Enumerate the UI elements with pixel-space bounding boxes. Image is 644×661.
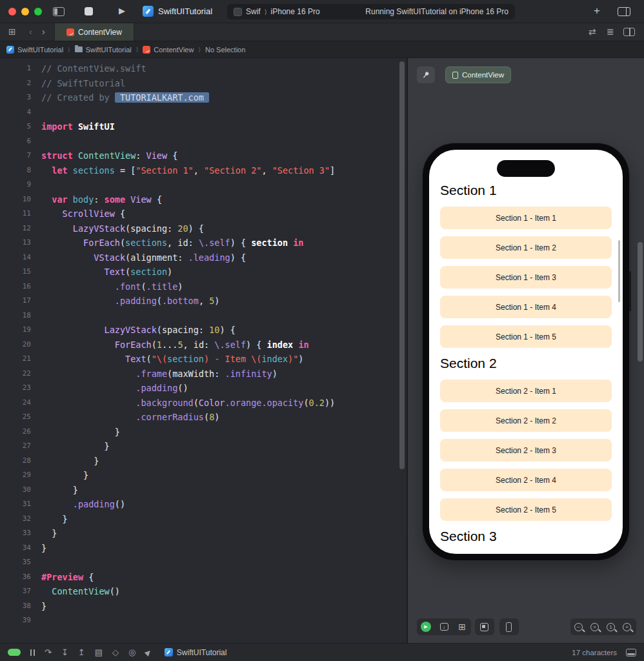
line-number[interactable]: 30	[0, 483, 31, 498]
line-number[interactable]: 17	[0, 294, 31, 309]
code-review-icon[interactable]: ⇄	[589, 26, 596, 37]
code-line[interactable]: Text(section)	[41, 265, 396, 280]
line-number[interactable]: 32	[0, 512, 31, 527]
zoom-out-button[interactable]: −	[570, 618, 587, 635]
code-line[interactable]: // Created by TUTORIALKART.com	[41, 90, 396, 105]
line-number[interactable]: 24	[0, 396, 31, 411]
line-number[interactable]: 4	[0, 105, 31, 120]
code-line[interactable]: .font(.title)	[41, 280, 396, 294]
line-number[interactable]: 31	[0, 497, 31, 512]
environment-overrides-button[interactable]: ◎	[128, 648, 136, 656]
line-number[interactable]: 7	[0, 148, 31, 163]
code-line[interactable]: .padding()	[41, 381, 396, 396]
code-line[interactable]: LazyVStack(spacing: 20) {	[41, 221, 396, 236]
breadcrumb-project[interactable]: SwiftUITutorial	[6, 46, 63, 54]
code-line[interactable]: }	[41, 468, 396, 483]
line-number[interactable]: 12	[0, 221, 31, 236]
line-number[interactable]: 11	[0, 207, 31, 221]
zoom-fit-button[interactable]: =	[587, 618, 603, 635]
preview-on-device-button[interactable]: ↓	[435, 618, 453, 635]
close-window-button[interactable]	[8, 8, 16, 15]
line-number[interactable]: 39	[0, 613, 31, 628]
line-number[interactable]: 34	[0, 541, 31, 556]
iphone-screen[interactable]: Section 1Section 1 - Item 1Section 1 - I…	[429, 150, 623, 554]
line-number[interactable]: 8	[0, 163, 31, 178]
pin-preview-button[interactable]	[417, 66, 435, 83]
pause-button[interactable]	[30, 649, 35, 656]
canvas-scrollbar[interactable]	[638, 242, 643, 361]
code-line[interactable]: .frame(maxWidth: .infinity)	[41, 367, 396, 381]
activity-viewer[interactable]: Swif ⟩ iPhone 16 Pro Running SwiftUITuto…	[227, 4, 515, 19]
line-number[interactable]: 29	[0, 468, 31, 483]
code-line[interactable]: .padding(.bottom, 5)	[41, 294, 396, 309]
line-number[interactable]: 5	[0, 119, 31, 134]
status-project[interactable]: SwiftUITutorial	[165, 648, 227, 657]
line-number[interactable]: 22	[0, 367, 31, 381]
preview-variants-button[interactable]: ⊞	[453, 618, 471, 635]
code-line[interactable]	[41, 134, 396, 149]
code-line[interactable]: VStack(alignment: .leading) {	[41, 250, 396, 265]
code-line[interactable]: ForEach(sections, id: \.self) { section …	[41, 236, 396, 250]
code-line[interactable]: .cornerRadius(8)	[41, 410, 396, 425]
line-number[interactable]: 23	[0, 381, 31, 396]
code-line[interactable]: LazyVStack(spacing: 10) {	[41, 323, 396, 338]
toggle-console-icon[interactable]	[626, 649, 636, 656]
zoom-in-button[interactable]: +	[619, 618, 635, 635]
line-number[interactable]: 19	[0, 323, 31, 338]
code-line[interactable]	[41, 309, 396, 323]
code-line[interactable]: #Preview {	[41, 570, 396, 585]
step-over-button[interactable]: ↷	[45, 648, 52, 656]
code-line[interactable]	[41, 105, 396, 120]
live-preview-button[interactable]: ▶	[417, 618, 435, 635]
line-number[interactable]: 1	[0, 61, 31, 76]
breadcrumb-selection[interactable]: No Selection	[205, 46, 245, 54]
code-line[interactable]: ContentView()	[41, 584, 396, 599]
zoom-window-button[interactable]	[34, 8, 42, 15]
device-settings-button[interactable]	[499, 618, 518, 635]
tab-overview-icon[interactable]: ⊞	[8, 26, 16, 37]
code-line[interactable]: .background(Color.orange.opacity(0.2))	[41, 396, 396, 411]
iphone-preview[interactable]: Section 1Section 1 - Item 1Section 1 - I…	[423, 143, 629, 560]
code-line[interactable]: // ContentView.swift	[41, 61, 396, 76]
line-number[interactable]: 27	[0, 439, 31, 454]
line-number[interactable]: 3	[0, 90, 31, 105]
code-line[interactable]: .padding()	[41, 497, 396, 512]
line-number[interactable]: 6	[0, 134, 31, 149]
add-button[interactable]: +	[594, 5, 600, 17]
step-into-button[interactable]: ↧	[61, 648, 68, 656]
run-destination[interactable]: iPhone 16 Pro	[271, 7, 320, 16]
line-number[interactable]: 33	[0, 526, 31, 541]
line-number[interactable]: 35	[0, 555, 31, 570]
line-number[interactable]: 14	[0, 250, 31, 265]
line-number[interactable]: 15	[0, 265, 31, 280]
editor-options-icon[interactable]: ≣	[607, 26, 614, 37]
breadcrumb-group[interactable]: SwiftUITutorial	[75, 46, 132, 54]
code-line[interactable]: }	[41, 526, 396, 541]
line-number[interactable]: 18	[0, 309, 31, 323]
code-line[interactable]: }	[41, 541, 396, 556]
line-number[interactable]: 16	[0, 280, 31, 294]
view-debugger-button[interactable]: ▤	[95, 648, 103, 656]
code-line[interactable]	[41, 555, 396, 570]
code-line[interactable]: var body: some View {	[41, 192, 396, 207]
code-line[interactable]: }	[41, 454, 396, 469]
minimize-window-button[interactable]	[21, 8, 29, 15]
stop-button[interactable]	[85, 7, 93, 15]
code-line[interactable]: struct ContentView: View {	[41, 148, 396, 163]
code-line[interactable]: }	[41, 425, 396, 440]
line-number[interactable]: 38	[0, 599, 31, 614]
code-line[interactable]: ScrollView {	[41, 207, 396, 221]
line-number[interactable]: 2	[0, 76, 31, 91]
simulate-location-button[interactable]: ▶	[144, 648, 153, 657]
code-line[interactable]: // SwiftTutorial	[41, 76, 396, 91]
scheme-name[interactable]: Swif	[246, 7, 261, 16]
line-number[interactable]: 25	[0, 410, 31, 425]
add-editor-icon[interactable]	[623, 28, 635, 36]
step-out-button[interactable]: ↥	[78, 648, 85, 656]
run-button[interactable]: ▶	[119, 6, 125, 15]
code-line[interactable]: }	[41, 483, 396, 498]
code-line[interactable]: import SwiftUI	[41, 119, 396, 134]
preview-target-chip[interactable]: ContentView	[445, 66, 511, 83]
source-editor[interactable]: 1234567891011121314151617181920212223242…	[0, 58, 407, 643]
toggle-navigator-icon[interactable]	[53, 7, 65, 16]
